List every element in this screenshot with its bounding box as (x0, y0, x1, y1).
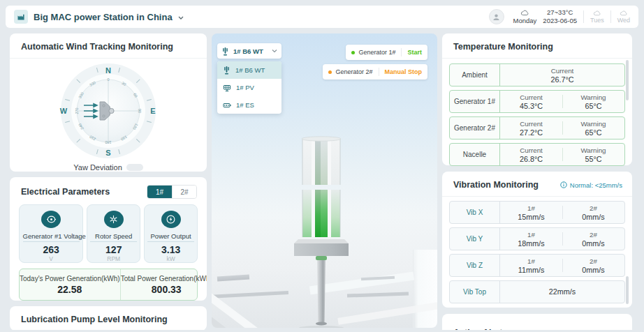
divider (401, 48, 402, 56)
temp-range: 27~33°C (547, 8, 573, 17)
chevron-down-icon[interactable] (177, 10, 184, 23)
rotor-speed-icon (104, 211, 124, 228)
generator-tabs: 1# 2# (147, 185, 197, 199)
cloud-icon (620, 10, 628, 17)
menu-item-wt[interactable]: 1# B6 WT (217, 61, 281, 79)
cell-label: 2# (590, 230, 597, 239)
wind-turbine-icon (221, 47, 229, 56)
stat-power-output: Power Output 3.13 kW (144, 204, 198, 263)
weather-today: Monday (513, 9, 537, 25)
wind-tracking-card: Automatic Wind Tracking Monitoring (10, 33, 207, 172)
scrollbar[interactable] (626, 60, 629, 100)
table-row: Generator 2# Current27.2°C Warning65°C (449, 116, 625, 139)
weather-detail: 27~33°C 2023-06-05 (543, 8, 577, 25)
electrical-parameters-card: Electrical Parameters 1# 2# Generator #1… (10, 177, 207, 301)
today-generation: Today's Power Generation(kWh) 22.58 (20, 269, 120, 300)
compass-dial: N E S W 0 30 60 90 120 150 180 210 (49, 59, 168, 163)
lubrication-card: Lubrication Pump Level Monitoring (10, 306, 207, 330)
cell-label: Current (520, 119, 543, 128)
cell-label: 1# (527, 204, 535, 213)
row-name: Nacelle (450, 144, 500, 165)
stat-unit: kW (166, 255, 175, 262)
status-dot (351, 51, 355, 54)
stat-rotor-speed: Rotor Speed 127 RPM (87, 204, 140, 263)
table-row: Vib Z 1#11mm/s 2#0mm/s (449, 254, 625, 277)
cloud-icon (520, 9, 529, 17)
ground-slab (217, 274, 249, 281)
card-title: Vibration Monitoring (453, 180, 539, 190)
yaw-deviation-value (126, 164, 143, 171)
row-name: Vib Y (450, 228, 500, 250)
cell-value: 15mm/s (518, 213, 544, 222)
table-row: Vib X 1#15mm/s 2#0mm/s (449, 201, 625, 224)
row-name: Generator 2# (450, 117, 500, 139)
compass-w: W (60, 107, 68, 115)
yaw-deviation-label: Yaw Deviation (73, 163, 122, 172)
generator-2-button[interactable]: Generator 2# Manual Stop (323, 64, 427, 80)
device-selector[interactable]: 1# B6 WT (217, 43, 281, 59)
cell-value: 0mm/s (582, 239, 604, 248)
cell-value: 27.2°C (520, 128, 543, 137)
table-row: Ambient Current26.7°C (449, 63, 625, 86)
summary-label: Today's Power Generation(kWh) (20, 275, 120, 282)
solar-panel-icon (223, 84, 231, 92)
cell-label: Warning (580, 146, 606, 155)
scrollbar[interactable] (626, 276, 629, 304)
total-generation: Total Power Generation(kWh) 800.33 (120, 269, 207, 300)
day-label: Wed (617, 17, 630, 24)
action-alert-card: Action Alert (442, 314, 632, 330)
station-icon (14, 10, 28, 24)
date: 2023-06-05 (543, 17, 577, 25)
left-column: Automatic Wind Tracking Monitoring (10, 33, 207, 330)
divider (610, 10, 611, 23)
compass-n: N (105, 66, 111, 75)
device-menu: 1# B6 WT 1# PV 1# ES (217, 61, 281, 114)
building (413, 250, 437, 328)
generator-action[interactable]: Manual Stop (385, 68, 423, 75)
cell-label: 2# (590, 204, 597, 213)
cell-label: 1# (527, 257, 535, 266)
stat-label: Rotor Speed (90, 232, 137, 242)
cell-value: 65°C (585, 128, 601, 137)
row-name: Ambient (450, 64, 500, 86)
day-label: Tues (590, 17, 604, 24)
compass-s: S (105, 149, 110, 157)
menu-label: 1# B6 WT (235, 66, 265, 74)
ground-slab (347, 292, 409, 297)
weather-day: Monday (513, 17, 537, 25)
card-title: Temperature Monitoring (442, 33, 632, 58)
tab-2[interactable]: 2# (172, 186, 196, 198)
table-row: Vib Y 1#18mm/s 2#0mm/s (449, 227, 625, 250)
row-name: Vib Z (450, 255, 500, 276)
station-name[interactable]: Big MAC power Station in China (34, 12, 173, 22)
battery-icon (223, 101, 231, 110)
generator-action[interactable]: Start (407, 49, 422, 56)
stat-value: 3.13 (161, 244, 180, 255)
info-icon (560, 181, 567, 188)
power-generation-summary: Today's Power Generation(kWh) 22.58 Tota… (19, 269, 198, 301)
cell-label: Warning (580, 119, 606, 128)
cell-value: 11mm/s (518, 266, 545, 275)
generator-label: Generator 2# (335, 68, 372, 75)
cell-value: 22mm/s (549, 287, 576, 296)
user-avatar[interactable] (489, 9, 504, 24)
menu-item-es[interactable]: 1# ES (217, 96, 281, 114)
cell-value: 45.3°C (520, 102, 543, 111)
generator-voltage-icon (41, 211, 61, 228)
menu-label: 1# ES (236, 101, 254, 109)
card-title: Action Alert (442, 314, 632, 330)
generator-1-button[interactable]: Generator 1# Start (346, 45, 427, 60)
summary-value: 800.33 (152, 284, 182, 295)
menu-item-pv[interactable]: 1# PV (217, 79, 281, 96)
row-name: Generator 1# (450, 91, 500, 112)
cell-label: Current (551, 66, 574, 75)
wind-turbine-3d[interactable] (290, 135, 353, 328)
cell-label: Current (520, 146, 543, 155)
top-bar: Big MAC power Station in China Monday 27… (6, 6, 638, 28)
3d-scene[interactable]: 1# B6 WT 1# B6 WT 1# PV 1# ES Generator … (212, 33, 437, 328)
tab-1[interactable]: 1# (147, 186, 172, 198)
cell-label: Current (520, 93, 543, 102)
cell-value: 18mm/s (518, 239, 544, 248)
normal-range-note: Normal: <25mm/s (560, 181, 622, 189)
divider (379, 68, 379, 76)
